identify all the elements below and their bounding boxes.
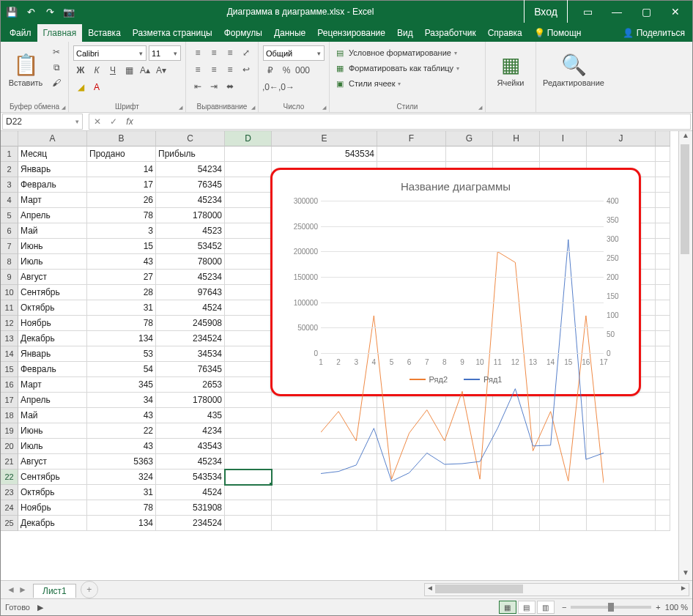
tab-review[interactable]: Рецензирование: [311, 24, 391, 42]
cell-styles-button[interactable]: ▣Стили ячеек▾: [334, 76, 401, 91]
chart-title[interactable]: Название диаграммы: [278, 176, 633, 196]
underline-button[interactable]: Ч: [105, 63, 120, 78]
comma-icon[interactable]: 000: [295, 63, 310, 78]
plot-area: [321, 201, 604, 353]
tab-data[interactable]: Данные: [268, 24, 311, 42]
decrease-indent-icon[interactable]: ⇤: [190, 79, 205, 94]
zoom-slider[interactable]: [571, 606, 651, 609]
decrease-font-icon[interactable]: A▾: [154, 63, 168, 78]
align-left-icon[interactable]: ≡: [190, 62, 205, 77]
copy-icon[interactable]: ⧉: [49, 61, 64, 74]
y-right-tick: 250: [607, 254, 633, 262]
percent-icon[interactable]: %: [279, 63, 294, 78]
formula-input[interactable]: [138, 115, 690, 128]
legend-item-1[interactable]: Ряд1: [464, 375, 502, 384]
font-name-combo[interactable]: ▾: [73, 45, 147, 61]
save-icon[interactable]: 💾: [4, 4, 20, 20]
group-editing: 🔍Редактирование .: [536, 42, 611, 112]
camera-icon[interactable]: 📷: [61, 4, 77, 20]
series-Ряд2[interactable]: [321, 252, 604, 483]
orientation-icon[interactable]: ⤢: [239, 45, 253, 60]
vertical-scrollbar[interactable]: ▲ ▼: [678, 131, 692, 580]
align-top-icon[interactable]: ≡: [190, 45, 205, 60]
chart-object[interactable]: Название диаграммы Ряд2 Ряд1 05000010000…: [270, 168, 641, 396]
format-as-table-button[interactable]: ▦Форматировать как таблицу▾: [334, 61, 459, 75]
cancel-icon[interactable]: ✕: [89, 116, 105, 127]
group-label: Стили: [334, 102, 481, 112]
legend-item-2[interactable]: Ряд2: [410, 375, 448, 384]
formula-bar[interactable]: ✕ ✓ fx: [89, 114, 691, 130]
zoom-out-icon[interactable]: −: [562, 603, 566, 612]
scroll-down-icon[interactable]: ▼: [679, 568, 692, 580]
chart-lines: [321, 201, 604, 483]
increase-decimal-icon[interactable]: ,0←: [263, 80, 278, 94]
border-button[interactable]: ▦: [122, 63, 136, 78]
prev-sheet-icon[interactable]: ◄: [5, 585, 17, 595]
undo-icon[interactable]: ↶: [23, 4, 39, 20]
decrease-decimal-icon[interactable]: ,0→: [279, 80, 294, 94]
bold-button[interactable]: Ж: [73, 63, 88, 78]
tab-home[interactable]: Главная: [37, 24, 83, 42]
x-tick: 9: [460, 358, 464, 366]
close-icon[interactable]: ✕: [662, 1, 689, 23]
scroll-left-icon[interactable]: ◄: [425, 584, 435, 594]
paste-button[interactable]: 📋Вставить: [5, 45, 46, 94]
format-painter-icon[interactable]: 🖌: [49, 76, 64, 89]
redo-icon[interactable]: ↷: [42, 4, 58, 20]
merge-icon[interactable]: ⬌: [223, 79, 237, 94]
tab-formulas[interactable]: Формулы: [218, 24, 268, 42]
italic-button[interactable]: К: [89, 63, 104, 78]
tab-help[interactable]: Справка: [482, 24, 528, 42]
currency-icon[interactable]: ₽: [263, 63, 278, 78]
scroll-thumb[interactable]: [435, 585, 523, 593]
tab-layout[interactable]: Разметка страницы: [127, 24, 218, 42]
ribbon-options-icon[interactable]: ▭: [574, 1, 601, 23]
status-bar: Готово ▶ ▦ ▤ ▥ − + 100 %: [1, 598, 692, 615]
zoom-control[interactable]: − + 100 %: [562, 603, 688, 612]
tell-me[interactable]: 💡Помощн: [528, 24, 588, 42]
increase-indent-icon[interactable]: ⇥: [207, 79, 221, 94]
align-center-icon[interactable]: ≡: [207, 62, 221, 77]
fill-color-button[interactable]: ◢: [73, 80, 88, 94]
tab-insert[interactable]: Вставка: [82, 24, 127, 42]
wrap-text-icon[interactable]: ↩: [239, 62, 253, 77]
align-bottom-icon[interactable]: ≡: [223, 45, 237, 60]
normal-view-icon[interactable]: ▦: [499, 601, 516, 614]
tab-developer[interactable]: Разработчик: [419, 24, 482, 42]
font-color-button[interactable]: A: [89, 80, 104, 94]
name-box[interactable]: D22▾: [2, 114, 83, 130]
y-right-tick: 150: [607, 292, 633, 300]
maximize-icon[interactable]: ▢: [632, 1, 660, 23]
enter-icon[interactable]: ✓: [105, 116, 122, 127]
tab-view[interactable]: Вид: [391, 24, 419, 42]
scroll-right-icon[interactable]: ►: [678, 584, 689, 594]
macro-record-icon[interactable]: ▶: [37, 603, 43, 612]
share-button[interactable]: 👤Поделиться: [615, 24, 692, 42]
cut-icon[interactable]: ✂: [49, 45, 64, 59]
tab-file[interactable]: Файл: [4, 24, 37, 42]
fx-icon[interactable]: fx: [122, 116, 138, 127]
conditional-formatting-button[interactable]: ▤Условное форматирование▾: [334, 45, 457, 60]
x-tick: 15: [564, 358, 572, 366]
chart-legend[interactable]: Ряд2 Ряд1: [278, 375, 633, 384]
scroll-up-icon[interactable]: ▲: [679, 131, 692, 143]
align-middle-icon[interactable]: ≡: [207, 45, 221, 60]
align-right-icon[interactable]: ≡: [223, 62, 237, 77]
cells-button[interactable]: ▦Ячейки: [490, 45, 531, 94]
next-sheet-icon[interactable]: ►: [17, 585, 29, 595]
zoom-in-icon[interactable]: +: [656, 603, 660, 612]
add-sheet-button[interactable]: +: [81, 581, 98, 598]
sheet-tab[interactable]: Лист1: [33, 584, 76, 598]
horizontal-scrollbar[interactable]: ◄ ►: [424, 583, 689, 596]
status-ready: Готово: [5, 603, 30, 612]
minimize-icon[interactable]: —: [603, 1, 631, 23]
sheet-nav[interactable]: ◄►: [1, 585, 33, 595]
page-layout-view-icon[interactable]: ▤: [518, 601, 536, 614]
scroll-thumb[interactable]: [681, 144, 689, 254]
login-button[interactable]: Вход: [524, 0, 568, 24]
editing-button[interactable]: 🔍Редактирование: [541, 45, 607, 94]
page-break-view-icon[interactable]: ▥: [537, 601, 555, 614]
font-size-combo[interactable]: ▾: [149, 45, 181, 61]
increase-font-icon[interactable]: A▴: [138, 63, 152, 78]
number-format-combo[interactable]: ▾: [263, 45, 325, 61]
